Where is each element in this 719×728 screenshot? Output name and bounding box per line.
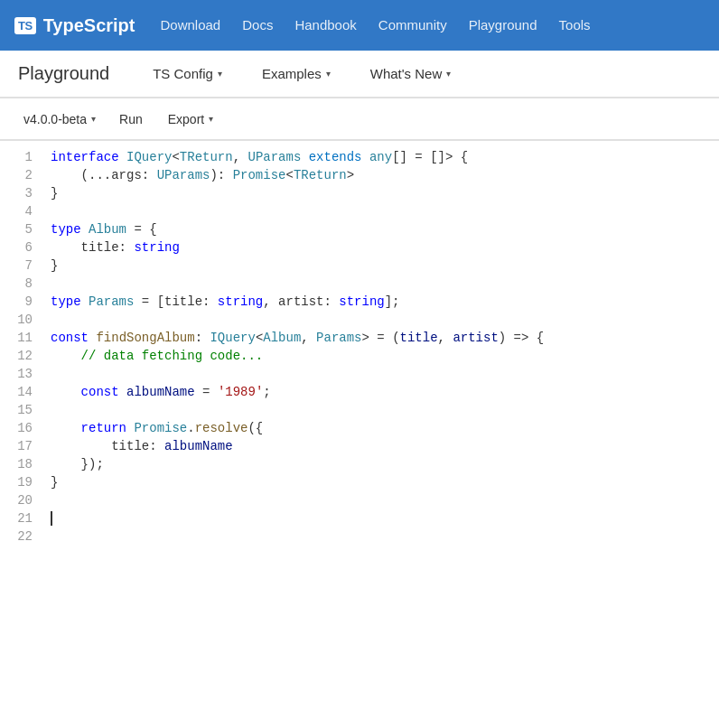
code-content[interactable]: interface IQuery<TReturn, UParams extend… [43,148,719,546]
version-label: v4.0.0-beta [23,112,87,126]
code-line-6: title: string [51,238,712,257]
code-line-20 [51,491,712,509]
playground-title: Playground [18,63,109,84]
line-numbers: 1 2 3 4 5 6 7 8 9 10 11 12 13 14 15 16 1… [0,148,43,546]
tsconfig-dropdown[interactable]: TS Config ▾ [145,62,229,85]
code-line-13 [51,365,712,383]
code-line-16: return Promise.resolve({ [51,419,712,437]
examples-chevron-icon: ▾ [326,69,331,79]
code-line-1: interface IQuery<TReturn, UParams extend… [51,148,712,166]
top-nav-links: Download Docs Handbook Community Playgro… [161,17,591,33]
code-line-19: } [51,473,712,491]
code-line-17: title: albumName [51,437,712,455]
code-line-12: // data fetching code... [51,347,712,365]
code-line-22 [51,527,712,546]
code-line-18: }); [51,455,712,473]
nav-docs[interactable]: Docs [242,17,273,33]
whatsnew-chevron-icon: ▾ [446,69,451,79]
logo-text: TypeScript [43,15,135,36]
examples-dropdown[interactable]: Examples ▾ [255,62,338,85]
run-button[interactable]: Run [112,108,150,130]
nav-tools[interactable]: Tools [559,17,591,33]
code-line-5: type Album = { [51,220,712,238]
nav-playground[interactable]: Playground [469,17,537,33]
code-line-4 [51,202,712,220]
nav-handbook[interactable]: Handbook [294,17,356,33]
top-navigation: TS TypeScript Download Docs Handbook Com… [0,0,719,51]
tsconfig-chevron-icon: ▾ [218,69,222,79]
export-button[interactable]: Export ▾ [161,108,220,130]
secondary-navigation: Playground TS Config ▾ Examples ▾ What's… [0,51,719,98]
version-chevron-icon: ▾ [91,114,96,124]
code-line-8 [51,275,712,293]
code-editor[interactable]: 1 2 3 4 5 6 7 8 9 10 11 12 13 14 15 16 1… [0,141,719,553]
export-chevron-icon: ▾ [209,114,213,124]
code-line-10 [51,311,712,329]
code-line-21 [51,509,712,527]
logo-link[interactable]: TS TypeScript [14,15,135,36]
code-line-14: const albumName = '1989'; [51,383,712,401]
ts-badge: TS [14,17,36,34]
version-button[interactable]: v4.0.0-beta ▾ [18,108,101,130]
text-cursor [51,511,52,526]
nav-community[interactable]: Community [378,17,447,33]
code-line-7: } [51,257,712,275]
code-line-2: (...args: UParams): Promise<TReturn> [51,166,712,184]
code-line-15 [51,401,712,419]
code-line-3: } [51,184,712,202]
whatsnew-dropdown[interactable]: What's New ▾ [363,62,459,85]
code-line-9: type Params = [title: string, artist: st… [51,293,712,311]
code-line-11: const findSongAlbum: IQuery<Album, Param… [51,329,712,347]
toolbar: v4.0.0-beta ▾ Run Export ▾ [0,98,719,140]
nav-download[interactable]: Download [161,17,221,33]
